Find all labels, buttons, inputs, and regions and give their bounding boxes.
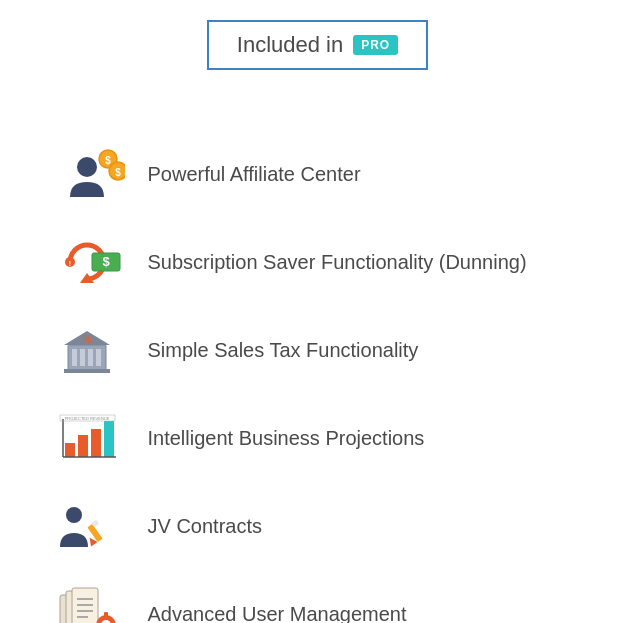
- svg-rect-16: [64, 369, 110, 373]
- svg-rect-13: [88, 349, 93, 366]
- svg-point-26: [66, 507, 82, 523]
- feature-item-contracts: JV Contracts: [48, 482, 588, 570]
- header-text: Included in: [237, 32, 343, 58]
- feature-label-contracts: JV Contracts: [148, 515, 262, 538]
- svg-rect-14: [96, 349, 101, 366]
- svg-text:PROJECTED REVENUE: PROJECTED REVENUE: [65, 416, 110, 421]
- svg-rect-19: [78, 435, 88, 457]
- feature-label-user-mgmt: Advanced User Management: [148, 603, 407, 624]
- svg-rect-21: [104, 421, 114, 457]
- projections-icon: PROJECTED REVENUE: [48, 408, 128, 468]
- svg-text:$: $: [105, 155, 111, 166]
- svg-rect-12: [80, 349, 85, 366]
- affiliate-icon: $ $: [48, 144, 128, 204]
- feature-label-affiliate: Powerful Affiliate Center: [148, 163, 361, 186]
- svg-text:$: $: [102, 254, 110, 269]
- tax-icon: %: [48, 320, 128, 380]
- svg-rect-20: [91, 429, 101, 457]
- included-in-box: Included in PRO: [207, 20, 428, 70]
- feature-item-tax: % Simple Sales Tax Functionality: [48, 306, 588, 394]
- feature-label-tax: Simple Sales Tax Functionality: [148, 339, 419, 362]
- svg-point-0: [77, 157, 97, 177]
- contracts-icon: [48, 496, 128, 556]
- user-management-icon: [48, 584, 128, 623]
- feature-item-user-mgmt: Advanced User Management: [48, 570, 588, 623]
- feature-label-projections: Intelligent Business Projections: [148, 427, 425, 450]
- svg-text:!: !: [69, 260, 71, 267]
- svg-rect-18: [65, 443, 75, 457]
- dunning-icon: $ !: [48, 232, 128, 292]
- svg-rect-39: [104, 612, 108, 617]
- svg-rect-11: [72, 349, 77, 366]
- feature-item-affiliate: $ $ Powerful Affiliate Center: [48, 130, 588, 218]
- feature-item-subscription: $ ! Subscription Saver Functionality (Du…: [48, 218, 588, 306]
- svg-text:%: %: [83, 334, 92, 345]
- feature-label-subscription: Subscription Saver Functionality (Dunnin…: [148, 251, 527, 274]
- feature-list: $ $ Powerful Affiliate Center $: [48, 130, 588, 623]
- feature-item-projections: PROJECTED REVENUE Intelligent Business P…: [48, 394, 588, 482]
- svg-text:$: $: [115, 167, 121, 178]
- pro-badge: PRO: [353, 35, 398, 55]
